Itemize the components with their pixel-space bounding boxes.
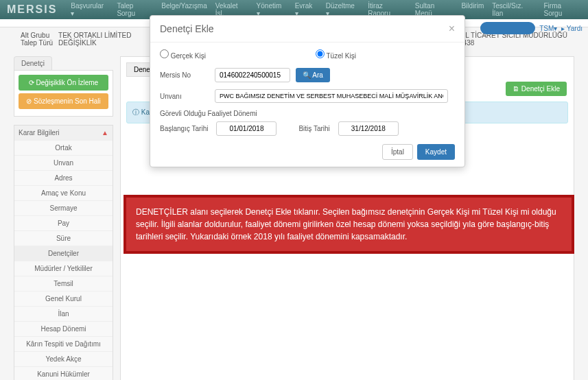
- sidebar-item-amac[interactable]: Amaç ve Konu: [14, 186, 113, 201]
- sidebar-item-mudurler[interactable]: Müdürler / Yetkililer: [14, 261, 113, 276]
- sidebar-item-temsil[interactable]: Temsil: [14, 276, 113, 292]
- nav-firma[interactable]: Firma Sorgu: [544, 2, 581, 17]
- radio-tuzel-kisi[interactable]: Tüzel Kişi: [316, 49, 356, 60]
- btn-save[interactable]: Kaydet: [417, 144, 455, 160]
- period-label: Görevli Olduğu Faaliyet Dönemi: [160, 110, 455, 117]
- mersis-no-input[interactable]: [215, 68, 290, 82]
- warning-icon: ▲: [102, 129, 108, 136]
- sidebar-list: Karar Bilgileri ▲ Ortak Unvan Adres Amaç…: [14, 125, 113, 380]
- nav-basvurular[interactable]: Başvurular ▾: [71, 2, 108, 17]
- sidebar-tab[interactable]: Denetçi: [14, 56, 52, 70]
- sidebar-item-hesap-donemi[interactable]: Hesap Dönemi: [14, 322, 113, 337]
- btn-search[interactable]: 🔍 Ara: [296, 68, 330, 82]
- sidebar-item-kanuni[interactable]: Kanuni Hükümler: [14, 367, 113, 380]
- logo: MERSIS: [7, 3, 57, 16]
- radio-gercek-kisi[interactable]: Gerçek Kişi: [160, 49, 206, 60]
- unvani-label: Unvanı: [160, 93, 209, 100]
- talep-turu-value: DEĞİŞİKLİK: [58, 39, 131, 47]
- sidebar-item-unvan[interactable]: Unvan: [14, 156, 113, 171]
- sidebar-item-denetciler[interactable]: Denetçiler: [14, 246, 113, 261]
- sidebar-item-yedek-akce[interactable]: Yedek Akçe: [14, 352, 113, 367]
- sidebar-item-ortak[interactable]: Ortak: [14, 141, 113, 156]
- sidebar-item-ilan[interactable]: İlan: [14, 307, 113, 322]
- close-icon[interactable]: ×: [449, 23, 455, 35]
- sidebar-item-adres[interactable]: Adres: [14, 171, 113, 186]
- sidebar-item-pay[interactable]: Pay: [14, 216, 113, 231]
- unvani-input[interactable]: [215, 89, 448, 103]
- nav-bildirim[interactable]: Bildirim: [461, 2, 484, 17]
- sidebar-item-genel-kurul[interactable]: Genel Kurul: [14, 292, 113, 307]
- tsm-dropdown[interactable]: TSM▾: [539, 25, 557, 32]
- sidebar-item-sermaye[interactable]: Sermaye: [14, 201, 113, 216]
- sidebar-item-kar-tespit[interactable]: Kârın Tespiti ve Dağıtımı: [14, 337, 113, 352]
- end-date-label: Bitiş Tarihi: [298, 125, 329, 132]
- start-date-label: Başlangıç Tarihi: [160, 125, 208, 132]
- nav-tescil[interactable]: Tescil/Sız. İlan: [492, 2, 535, 17]
- talep-turu-label: Talep Türü: [21, 39, 53, 47]
- start-date-input[interactable]: [216, 121, 277, 136]
- btn-preview[interactable]: ⟳ Değişiklik Ön İzleme: [19, 75, 108, 91]
- top-right-controls: TSM▾ ▸ Yardı: [480, 22, 583, 34]
- alt-grubu-label: Alt Grubu: [21, 32, 49, 39]
- sidebar-item-sure[interactable]: Süre: [14, 231, 113, 246]
- modal-header: Denetçi Ekle ×: [150, 16, 464, 43]
- mersis-no-label: Mersis No: [160, 71, 209, 79]
- sidebar-item-karar[interactable]: Karar Bilgileri ▲: [14, 126, 113, 141]
- end-date-input[interactable]: [338, 121, 399, 136]
- btn-contract-last[interactable]: ⊘ Sözleşmenin Son Hali: [19, 93, 108, 109]
- instruction-callout: DENETÇİLER alanı seçilerek Denetçi Ekle …: [124, 195, 574, 254]
- modal-body: Gerçek Kişi Tüzel Kişi Mersis No 🔍 Ara U…: [150, 43, 464, 167]
- modal-add-auditor: Denetçi Ekle × Gerçek Kişi Tüzel Kişi Me…: [150, 15, 465, 167]
- modal-title: Denetçi Ekle: [160, 23, 214, 34]
- help-link[interactable]: ▸ Yardı: [561, 25, 583, 32]
- btn-add-auditor[interactable]: 🗎 Denetçi Ekle: [506, 82, 567, 96]
- sidebar: Denetçi ⟳ Değişiklik Ön İzleme ⊘ Sözleşm…: [14, 56, 113, 380]
- btn-cancel[interactable]: İptal: [382, 144, 413, 160]
- nav-talep-sorgu[interactable]: Talep Sorgu: [117, 2, 153, 17]
- alt-grubu-value: TEK ORTAKLI LİMİTED: [58, 32, 131, 39]
- search-pill[interactable]: [480, 22, 535, 34]
